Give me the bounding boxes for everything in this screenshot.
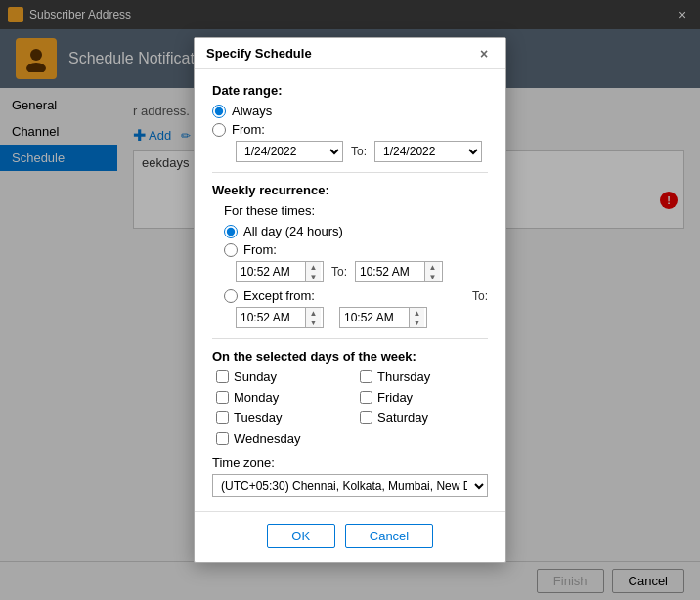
from-time-spinner: ▲ ▼ xyxy=(305,262,321,281)
saturday-label: Saturday xyxy=(377,410,428,425)
monday-label: Monday xyxy=(234,390,279,405)
sunday-checkbox[interactable] xyxy=(216,370,229,383)
timezone-select[interactable]: (UTC+05:30) Chennai, Kolkata, Mumbai, Ne… xyxy=(212,474,488,497)
time-from-label: From: xyxy=(243,242,277,257)
except-from-radio[interactable] xyxy=(224,289,238,303)
from-time-down[interactable]: ▼ xyxy=(306,272,321,281)
except-from-time-wrap: ▲ ▼ xyxy=(236,307,324,328)
monday-checkbox[interactable] xyxy=(216,391,229,404)
from-date-select[interactable]: 1/24/2022 xyxy=(236,141,343,162)
allday-radio-row: All day (24 hours) xyxy=(224,224,488,238)
tuesday-label: Tuesday xyxy=(234,410,282,425)
to-time-down[interactable]: ▼ xyxy=(425,272,440,281)
time-from-to-row: ▲ ▼ To: ▲ ▼ xyxy=(236,261,488,282)
except-to-down[interactable]: ▼ xyxy=(410,318,424,327)
except-to-up[interactable]: ▲ xyxy=(410,308,424,318)
sunday-label: Sunday xyxy=(234,369,277,384)
from-time-up[interactable]: ▲ xyxy=(306,262,321,272)
to-date-select[interactable]: 1/24/2022 xyxy=(374,141,482,162)
day-wednesday: Wednesday xyxy=(216,431,344,446)
except-time-row: ▲ ▼ ▲ ▼ xyxy=(236,307,488,328)
dialog-cancel-button[interactable]: Cancel xyxy=(345,524,433,548)
day-monday: Monday xyxy=(216,390,344,405)
days-grid: Sunday Thursday Monday Fri xyxy=(216,369,488,446)
allday-label: All day (24 hours) xyxy=(243,224,343,238)
modal-overlay: Specify Schedule × Date range: Always Fr… xyxy=(0,0,700,600)
saturday-checkbox[interactable] xyxy=(360,411,372,424)
weekly-recurrence-section: Weekly recurrence: For these times: All … xyxy=(212,183,488,328)
dialog-titlebar: Specify Schedule × xyxy=(195,38,505,69)
except-from-spinner: ▲ ▼ xyxy=(305,308,321,327)
except-from-radio-row: Except from: To: xyxy=(224,288,488,303)
dialog-footer: OK Cancel xyxy=(195,511,505,562)
from-time-input[interactable] xyxy=(237,262,305,281)
wednesday-label: Wednesday xyxy=(234,431,300,446)
dialog-close-button[interactable]: × xyxy=(474,44,494,64)
always-radio[interactable] xyxy=(212,105,226,118)
except-from-label: Except from: xyxy=(243,288,315,303)
always-label: Always xyxy=(232,104,272,118)
to-time-input-wrap: ▲ ▼ xyxy=(355,261,443,282)
day-tuesday: Tuesday xyxy=(216,410,344,425)
tuesday-checkbox[interactable] xyxy=(216,411,229,424)
time-from-radio-row: From: xyxy=(224,242,488,257)
except-to-label: To: xyxy=(472,289,488,303)
except-from-up[interactable]: ▲ xyxy=(306,308,321,318)
thursday-checkbox[interactable] xyxy=(360,370,372,383)
from-radio[interactable] xyxy=(212,123,226,137)
from-time-input-wrap: ▲ ▼ xyxy=(236,261,324,282)
to-time-spinner: ▲ ▼ xyxy=(424,262,440,281)
day-thursday: Thursday xyxy=(360,369,488,384)
time-from-radio[interactable] xyxy=(224,243,238,257)
allday-radio[interactable] xyxy=(224,225,238,238)
friday-label: Friday xyxy=(377,390,413,405)
except-to-time-wrap: ▲ ▼ xyxy=(339,307,427,328)
dialog-title: Specify Schedule xyxy=(206,46,312,61)
to-date-label: To: xyxy=(351,145,367,158)
dialog-body: Date range: Always From: 1/24/2022 To: 1… xyxy=(195,69,505,511)
date-inputs-row: 1/24/2022 To: 1/24/2022 xyxy=(236,141,488,162)
except-from-time-input[interactable] xyxy=(237,308,305,327)
time-to-label: To: xyxy=(331,265,347,279)
days-section-label: On the selected days of the week: xyxy=(212,349,488,364)
for-these-times-label: For these times: xyxy=(224,203,488,218)
day-sunday: Sunday xyxy=(216,369,344,384)
days-of-week-section: On the selected days of the week: Sunday… xyxy=(212,349,488,446)
from-label: From: xyxy=(232,122,265,137)
day-saturday: Saturday xyxy=(360,410,488,425)
to-time-up[interactable]: ▲ xyxy=(425,262,440,272)
except-from-down[interactable]: ▼ xyxy=(306,318,321,327)
timezone-label: Time zone: xyxy=(212,455,488,470)
to-time-input[interactable] xyxy=(356,262,424,281)
always-radio-row: Always xyxy=(212,104,488,118)
timezone-section: Time zone: (UTC+05:30) Chennai, Kolkata,… xyxy=(212,455,488,497)
day-friday: Friday xyxy=(360,390,488,405)
weekly-recurrence-label: Weekly recurrence: xyxy=(212,183,488,197)
ok-button[interactable]: OK xyxy=(267,524,335,548)
date-range-section: Date range: Always From: 1/24/2022 To: 1… xyxy=(212,83,488,162)
date-range-label: Date range: xyxy=(212,83,488,98)
wednesday-checkbox[interactable] xyxy=(216,432,229,445)
except-to-time-input[interactable] xyxy=(340,308,409,327)
from-radio-row: From: xyxy=(212,122,488,137)
specify-schedule-dialog: Specify Schedule × Date range: Always Fr… xyxy=(194,37,506,563)
friday-checkbox[interactable] xyxy=(360,391,372,404)
thursday-label: Thursday xyxy=(377,369,430,384)
except-to-spinner: ▲ ▼ xyxy=(409,308,424,327)
